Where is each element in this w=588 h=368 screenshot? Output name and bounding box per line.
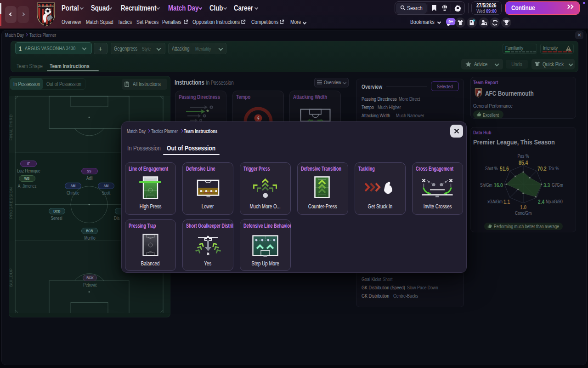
svg-text:AFC BOURNEMOUTH: AFC BOURNEMOUTH [38,6,54,7]
